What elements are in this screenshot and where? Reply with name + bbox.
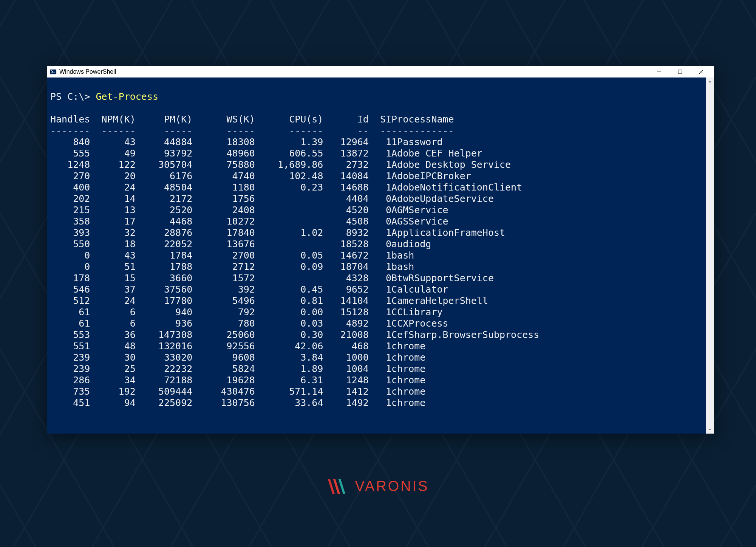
powershell-window: Windows PowerShell PS C:\> Get-Process H… bbox=[47, 66, 714, 434]
minimize-button[interactable] bbox=[648, 66, 669, 77]
command-text: Get-Process bbox=[96, 91, 158, 102]
powershell-icon bbox=[49, 68, 57, 76]
table-row: 550182205213676185280audiodg bbox=[50, 239, 539, 250]
table-row: 4519422509213075633.6414921chrome bbox=[50, 397, 539, 409]
svg-rect-1 bbox=[678, 70, 682, 74]
scroll-up-icon[interactable] bbox=[706, 77, 714, 86]
vertical-scrollbar[interactable] bbox=[706, 77, 714, 434]
table-row: 2702061764740102.48140841AdobeIPCBroker bbox=[50, 170, 539, 182]
varonis-logo: VARONIS bbox=[327, 478, 429, 494]
table-row: 400244850411800.23146881AdobeNotificatio… bbox=[50, 182, 539, 193]
table-row: 215132520240845200AGMService bbox=[50, 205, 539, 216]
table-row: 6169407920.00151281CCLibrary bbox=[50, 307, 539, 318]
table-row: 051178827120.09187041bash bbox=[50, 261, 539, 273]
table-dash-row: ----------------------------------------… bbox=[50, 125, 539, 136]
close-button[interactable] bbox=[691, 66, 712, 77]
console-output[interactable]: PS C:\> Get-Process HandlesNPM(K)PM(K)WS… bbox=[47, 77, 714, 434]
table-row: 551481320169255642.064681chrome bbox=[50, 341, 539, 352]
table-row: 3933228876178401.0289321ApplicationFrame… bbox=[50, 227, 539, 239]
table-header-row: HandlesNPM(K)PM(K)WS(K)CPU(s)IdSIProcess… bbox=[50, 114, 539, 125]
table-row: 735192509444430476571.1414121chrome bbox=[50, 386, 539, 397]
prompt-line: PS C:\> Get-Process bbox=[50, 91, 158, 102]
table-row: 555499379248960606.55138721Adobe CEF Hel… bbox=[50, 148, 539, 159]
varonis-logo-text: VARONIS bbox=[355, 478, 429, 494]
table-row: 54637375603920.4596521Calculator bbox=[50, 284, 539, 295]
table-row: 239303302096083.8410001chrome bbox=[50, 352, 539, 363]
table-row: 239252223258241.8910041chrome bbox=[50, 363, 539, 375]
table-row: 3581744681027245080AGSService bbox=[50, 216, 539, 227]
process-table: HandlesNPM(K)PM(K)WS(K)CPU(s)IdSIProcess… bbox=[50, 114, 539, 409]
table-row: 202142172175644040AdobeUpdateService bbox=[50, 193, 539, 205]
table-row: 1248122305704758801,689.8627321Adobe Des… bbox=[50, 159, 539, 170]
table-row: 2863472188196286.3112481chrome bbox=[50, 375, 539, 386]
table-row: 043178427000.05146721bash bbox=[50, 250, 539, 261]
table-row: 6169367800.0348921CCXProcess bbox=[50, 318, 539, 329]
window-controls bbox=[648, 66, 712, 77]
window-title: Windows PowerShell bbox=[59, 68, 116, 75]
maximize-button[interactable] bbox=[669, 66, 691, 77]
table-row: 8404344884183081.391296411Password bbox=[50, 136, 539, 148]
table-row: 512241778054960.81141041CameraHelperShel… bbox=[50, 295, 539, 307]
prompt-text: PS C:\> bbox=[50, 91, 96, 102]
scroll-down-icon[interactable] bbox=[706, 425, 714, 434]
varonis-mark-icon bbox=[327, 479, 350, 494]
window-titlebar[interactable]: Windows PowerShell bbox=[47, 66, 714, 77]
table-row: 178153660157243280BtwRSupportService bbox=[50, 273, 539, 284]
table-row: 55336147308250600.30210081CefSharp.Brows… bbox=[50, 329, 539, 341]
